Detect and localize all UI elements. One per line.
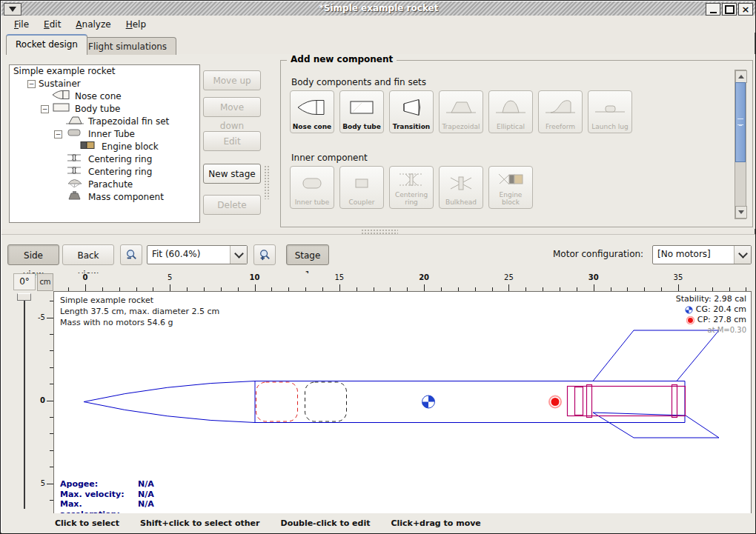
zoom-out-button[interactable]	[120, 244, 142, 265]
move-down-button[interactable]: Move down	[203, 97, 261, 117]
delete-button[interactable]: Delete	[203, 195, 261, 215]
add-coupler-button[interactable]: Coupler	[339, 166, 384, 209]
ruler-tick	[85, 284, 86, 291]
engine-block-icon	[494, 167, 527, 191]
back-view-button[interactable]: Back view	[62, 244, 114, 265]
close-icon: ×	[742, 4, 750, 14]
centering-ring-shape	[587, 385, 592, 418]
flight-info-value: N/A	[138, 499, 154, 514]
ruler-tick	[339, 284, 340, 291]
tree-expander-icon[interactable]: −	[41, 105, 49, 113]
status-hint: Double-click to edit	[281, 518, 371, 528]
tree-item-label: Mass component	[88, 191, 164, 204]
transition-icon	[395, 91, 428, 123]
horizontal-splitter-handle[interactable]	[361, 229, 398, 234]
tree-expander-icon[interactable]: −	[54, 130, 62, 138]
add-transition-button[interactable]: Transition	[389, 90, 434, 133]
tab-flight-simulations[interactable]: Flight simulations	[79, 37, 176, 55]
flight-info: Apogee:N/AMax. velocity:N/AMax. accelera…	[60, 479, 154, 514]
add-component-panel: Add new component Body components and fi…	[280, 60, 753, 227]
tree-item-label: Engine block	[102, 141, 159, 153]
tree-item-parachute[interactable]: Parachute	[10, 178, 199, 191]
menu-edit[interactable]: Edit	[37, 18, 67, 31]
side-view-button[interactable]: Side view	[7, 244, 59, 265]
edit-button[interactable]: Edit	[203, 131, 261, 151]
add-centering-ring-button[interactable]: Centeringring	[389, 166, 434, 209]
ruler-label: 35	[674, 273, 683, 281]
add-trapezoidal-button[interactable]: Trapezoidal	[439, 90, 483, 133]
menu-file[interactable]: File	[7, 18, 36, 31]
scrollbar-thumb[interactable]	[735, 82, 746, 162]
component-button-label: Elliptical	[497, 123, 525, 130]
motor-configuration-combo[interactable]: [No motors]	[652, 245, 752, 264]
close-button[interactable]: ×	[738, 3, 753, 16]
fin-top	[593, 330, 719, 381]
combo-dropdown-button[interactable]	[230, 246, 247, 264]
menu-help[interactable]: Help	[119, 18, 153, 31]
minimize-button[interactable]	[706, 3, 720, 16]
minimize-icon	[710, 10, 717, 13]
cg-legend-icon	[685, 306, 693, 314]
tree-item-nose-cone[interactable]: Nose cone	[10, 90, 199, 103]
maximize-icon	[725, 5, 735, 14]
arrow-down-icon	[738, 210, 744, 214]
add-freeform-button[interactable]: Freeform	[538, 90, 583, 133]
ruler-label: 15	[334, 273, 344, 281]
tree-expander-icon[interactable]: −	[27, 80, 36, 88]
menu-analyze[interactable]: Analyze	[69, 18, 117, 31]
add-inner-tube-button[interactable]: Inner tube	[290, 166, 334, 209]
combo-dropdown-button[interactable]	[734, 246, 751, 264]
tree-item-simple-example-rocket[interactable]: Simple example rocket	[10, 65, 199, 78]
component-button-label: Transition	[393, 123, 431, 130]
component-panel-scrollbar[interactable]	[735, 70, 746, 219]
zoom-level-value: Fit (60.4%)	[152, 249, 200, 259]
inner-tube-assembly	[568, 385, 686, 418]
rotation-slider-handle[interactable]	[17, 293, 31, 301]
component-button-label: Launch lug	[591, 123, 628, 130]
zoom-level-combo[interactable]: Fit (60.4%)	[147, 245, 248, 264]
tree-item-label: Trapezoidal fin set	[88, 116, 169, 128]
rocket-info-line: Mass with no motors 54.6 g	[60, 317, 219, 328]
tree-item-centering-ring[interactable]: Centering ring	[10, 166, 199, 178]
cp-marker	[549, 396, 561, 408]
tree-item-body-tube[interactable]: −Body tube	[10, 103, 199, 116]
body-tube-icon	[345, 91, 378, 123]
tree-item-inner-tube[interactable]: −Inner Tube	[10, 128, 199, 141]
nose-cone-icon	[296, 91, 328, 123]
new-stage-button[interactable]: New stage	[203, 164, 261, 184]
add-launch-lug-button[interactable]: Launch lug	[588, 90, 632, 133]
mass-component-shape	[305, 382, 347, 421]
inner-tube-shape	[568, 387, 686, 416]
fin-elliptical-icon	[494, 91, 527, 123]
vertical-splitter-handle[interactable]	[264, 165, 269, 199]
tree-item-centering-ring[interactable]: Centering ring	[10, 153, 199, 166]
maximize-button[interactable]	[722, 3, 737, 16]
tree-item-trapezoidal-fin-set[interactable]: Trapezoidal fin set	[10, 116, 199, 128]
ruler-label: -5	[38, 313, 45, 321]
component-button-label: Trapezoidal	[442, 123, 480, 130]
zoom-in-button[interactable]	[253, 244, 276, 265]
scrollbar-down-button[interactable]	[735, 206, 747, 218]
cp-value: CP: 27.8 cm	[697, 315, 746, 325]
add-body-tube-button[interactable]: Body tube	[339, 90, 384, 133]
tab-rocket-design[interactable]: Rocket design	[6, 34, 87, 55]
ruler-label: 30	[588, 273, 599, 281]
add-elliptical-button[interactable]: Elliptical	[488, 90, 533, 133]
arrow-up-icon	[738, 75, 744, 79]
component-tree[interactable]: Simple example rocket−SustainerNose cone…	[9, 64, 200, 223]
tree-item-sustainer[interactable]: −Sustainer	[10, 78, 199, 90]
add-engine-block-button[interactable]: Engineblock	[488, 166, 533, 209]
tree-item-engine-block[interactable]: Engine block	[10, 141, 199, 153]
status-hint: Click to select	[55, 518, 119, 528]
move-up-button[interactable]: Move up	[203, 70, 261, 90]
rocket-figure-canvas[interactable]: Simple example rocketLength 37.5 cm, max…	[53, 291, 752, 514]
add-nose-cone-button[interactable]: Nose cone	[290, 90, 334, 133]
rotation-slider-track[interactable]	[24, 294, 25, 509]
tree-item-label: Body tube	[75, 103, 120, 116]
tree-item-label: Parachute	[88, 178, 133, 191]
centering-ring-shape	[672, 385, 677, 418]
add-bulkhead-button[interactable]: Bulkhead	[439, 166, 483, 209]
tree-item-mass-component[interactable]: Mass component	[10, 191, 199, 204]
stage-1-toggle[interactable]: Stage 1	[286, 244, 329, 265]
scrollbar-up-button[interactable]	[735, 70, 747, 83]
